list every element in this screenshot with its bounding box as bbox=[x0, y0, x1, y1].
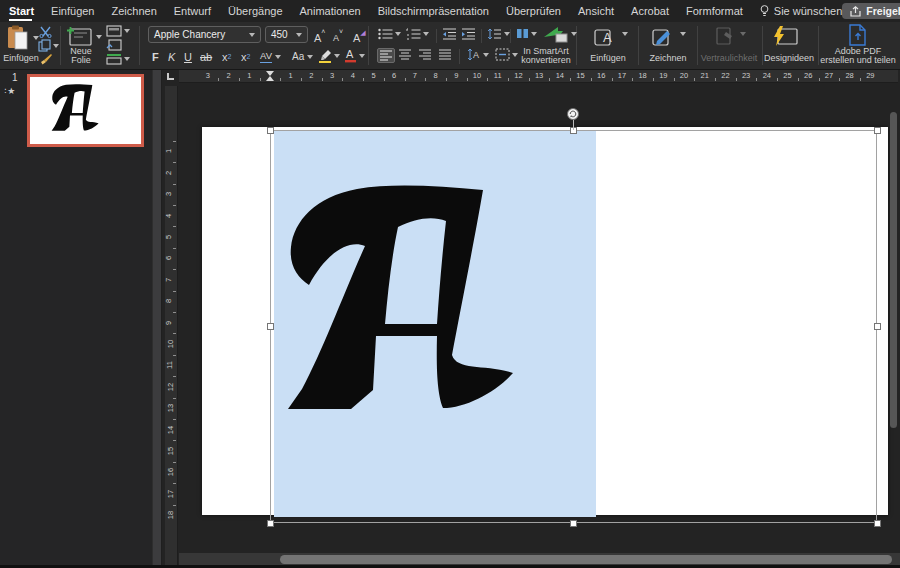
v-ruler-tick bbox=[173, 483, 176, 484]
format-painter-button[interactable] bbox=[39, 53, 53, 66]
horizontal-ruler[interactable]: 3211234567891011121314151617181920212223… bbox=[179, 70, 898, 83]
menu-tab-entwurf[interactable]: Entwurf bbox=[174, 0, 211, 22]
format-painter-brush-icon bbox=[39, 53, 53, 66]
increase-indent-button[interactable] bbox=[461, 28, 476, 40]
insert-shape-chevron[interactable] bbox=[622, 32, 628, 36]
font-size-select[interactable]: 450 bbox=[265, 26, 308, 43]
numbering-button[interactable] bbox=[406, 28, 429, 40]
bullets-button[interactable] bbox=[378, 28, 401, 40]
menu-tab-einf-gen[interactable]: Einfügen bbox=[51, 0, 94, 22]
font-color-button[interactable]: A bbox=[344, 48, 365, 63]
resize-handle-middle-left[interactable] bbox=[267, 323, 274, 330]
vertical-ruler[interactable]: 123456789101112131415161718 bbox=[165, 86, 178, 568]
small-divider bbox=[481, 29, 482, 43]
section-chevron[interactable] bbox=[124, 57, 130, 61]
menu-tab--berg-nge[interactable]: Übergänge bbox=[228, 0, 282, 22]
insert-shape-button[interactable]: A bbox=[594, 26, 618, 46]
draw-chevron[interactable] bbox=[680, 32, 686, 36]
copy-button[interactable] bbox=[38, 39, 59, 52]
convert-smartart-button[interactable] bbox=[543, 25, 577, 43]
resize-handle-middle-right[interactable] bbox=[874, 323, 881, 330]
menu-tab-sie-w-nschen[interactable]: Sie wünschen bbox=[760, 0, 843, 22]
adobe-pdf-button[interactable] bbox=[848, 24, 868, 46]
columns-icon bbox=[516, 28, 529, 39]
clear-formatting-button[interactable]: A◢ bbox=[353, 28, 366, 44]
justify-button[interactable] bbox=[438, 49, 452, 60]
menu-tab-zeichnen[interactable]: Zeichnen bbox=[112, 0, 157, 22]
rotation-handle[interactable] bbox=[567, 108, 579, 120]
design-ideas-button[interactable] bbox=[772, 26, 798, 46]
lightbulb-icon bbox=[760, 5, 769, 17]
new-slide-dropdown-chevron[interactable] bbox=[96, 35, 102, 39]
share-button[interactable]: Freigeben bbox=[842, 3, 900, 19]
h-ruler-tick bbox=[342, 78, 343, 81]
h-ruler-tick bbox=[487, 78, 488, 81]
align-left-button[interactable] bbox=[377, 48, 395, 63]
highlight-color-button[interactable] bbox=[318, 49, 340, 63]
character-spacing-button[interactable]: AV bbox=[260, 47, 281, 63]
reset-slide-button[interactable] bbox=[106, 39, 122, 51]
hanging-indent-marker[interactable] bbox=[266, 76, 274, 81]
text-direction-button[interactable]: A bbox=[466, 48, 489, 61]
h-ruler-number: 20 bbox=[680, 71, 688, 80]
highlighter-icon bbox=[318, 49, 332, 63]
subscript-button[interactable]: x2 bbox=[241, 47, 250, 63]
tab-selector-icon[interactable] bbox=[165, 71, 177, 82]
italic-button[interactable]: K bbox=[168, 47, 175, 63]
menu-tab-strip: StartEinfügenZeichnenEntwurfÜbergängeAni… bbox=[0, 0, 842, 22]
menu-tab-start[interactable]: Start bbox=[9, 0, 34, 22]
bold-button[interactable]: F bbox=[152, 47, 159, 63]
h-ruler-tick bbox=[549, 78, 550, 81]
align-right-button[interactable] bbox=[418, 49, 432, 60]
v-ruler-number: 9 bbox=[164, 321, 173, 325]
slide-thumbnail[interactable] bbox=[27, 74, 144, 147]
strikethrough-button[interactable]: ab bbox=[200, 47, 212, 63]
group-divider bbox=[638, 26, 639, 65]
change-case-button[interactable]: Aa bbox=[292, 47, 313, 63]
draw-button[interactable] bbox=[652, 26, 676, 46]
cut-button[interactable] bbox=[39, 26, 52, 38]
subscript-sub: 2 bbox=[247, 51, 251, 63]
resize-handle-top-right[interactable] bbox=[874, 127, 881, 134]
text-direction-icon: A bbox=[466, 48, 481, 61]
slide-layout-chevron[interactable] bbox=[124, 29, 130, 33]
menu-tab-formformat[interactable]: Formformat bbox=[686, 0, 743, 22]
slide-layout-button[interactable] bbox=[106, 25, 130, 37]
v-ruler-tick bbox=[173, 184, 176, 185]
h-ruler-number: 26 bbox=[804, 71, 812, 80]
font-name-select[interactable]: Apple Chancery bbox=[148, 26, 261, 43]
resize-handle-bottom-right[interactable] bbox=[874, 520, 881, 527]
underline-glyph: U bbox=[184, 51, 192, 63]
superscript-button[interactable]: x2 bbox=[222, 47, 231, 63]
bullets-chevron bbox=[395, 32, 401, 36]
menu-tab-animationen[interactable]: Animationen bbox=[300, 0, 361, 22]
menu-tab-ansicht[interactable]: Ansicht bbox=[578, 0, 614, 22]
section-button[interactable] bbox=[106, 53, 130, 65]
align-center-button[interactable] bbox=[398, 49, 412, 60]
resize-handle-top-left[interactable] bbox=[267, 127, 274, 134]
h-ruler-number: 25 bbox=[783, 71, 791, 80]
animation-star-icon: ∶★ bbox=[4, 86, 16, 96]
small-divider bbox=[436, 29, 437, 43]
h-ruler-number: 29 bbox=[866, 71, 874, 80]
panel-splitter[interactable] bbox=[152, 70, 162, 568]
vertical-scrollbar-thumb[interactable] bbox=[890, 112, 897, 428]
align-text-button[interactable] bbox=[495, 48, 518, 61]
small-divider bbox=[510, 29, 511, 43]
decrease-indent-button[interactable] bbox=[442, 28, 457, 40]
textbox-selection-border[interactable] bbox=[270, 130, 877, 523]
font-color-icon: A bbox=[344, 48, 357, 63]
horizontal-scrollbar-thumb[interactable] bbox=[280, 555, 892, 564]
grow-font-button[interactable]: A˄ bbox=[314, 28, 325, 44]
resize-handle-bottom-center[interactable] bbox=[570, 520, 577, 527]
underline-button[interactable]: U bbox=[184, 47, 192, 63]
shrink-font-button[interactable]: A˅ bbox=[333, 28, 343, 44]
v-ruler-number: 16 bbox=[166, 468, 175, 476]
line-spacing-button[interactable] bbox=[487, 28, 510, 40]
h-ruler-tick bbox=[529, 78, 530, 81]
menu-tab-acrobat[interactable]: Acrobat bbox=[631, 0, 669, 22]
columns-button[interactable] bbox=[516, 28, 537, 39]
menu-tab-bildschirmpr-sentation[interactable]: Bildschirmpräsentation bbox=[378, 0, 489, 22]
menu-tab--berpr-fen[interactable]: Überprüfen bbox=[506, 0, 561, 22]
resize-handle-bottom-left[interactable] bbox=[267, 520, 274, 527]
